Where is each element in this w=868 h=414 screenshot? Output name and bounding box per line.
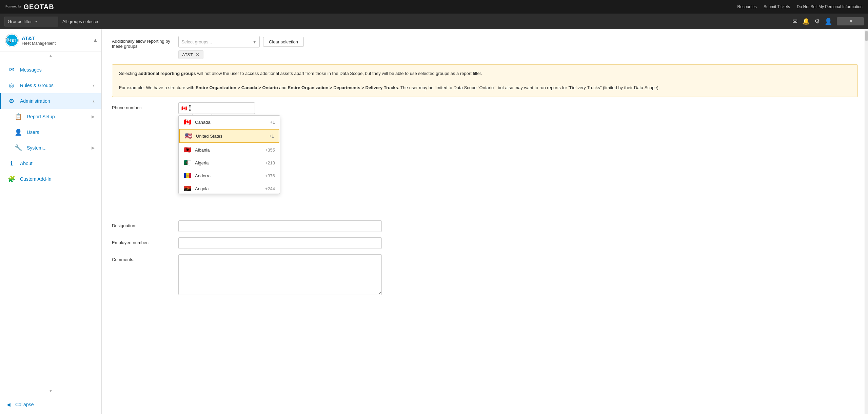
phone-flag-arrow-icon: ⬆⬇ xyxy=(189,104,191,112)
about-label: About xyxy=(20,161,95,166)
sidebar: 🔍 AT&T AT&T Fleet Management ▲ ▲ ✉ Messa… xyxy=(0,29,102,414)
sidebar-item-system[interactable]: 🔧 System... ▶ xyxy=(0,140,101,156)
algeria-code: +213 xyxy=(265,160,275,165)
employee-number-label: Employee number: xyxy=(112,237,173,245)
algeria-flag-icon: 🇩🇿 xyxy=(183,159,192,166)
sidebar-nav: ✉ Messages ◎ Rules & Groups ▾ ⚙ Administ… xyxy=(0,59,101,387)
sidebar-item-messages[interactable]: ✉ Messages xyxy=(0,62,101,78)
att-tag-pill: AT&T ✕ xyxy=(178,50,203,59)
administration-label: Administration xyxy=(20,98,88,104)
rules-groups-arrow-icon: ▾ xyxy=(93,83,95,88)
sidebar-item-report-setup[interactable]: 📋 Report Setup... ▶ xyxy=(0,109,101,124)
submit-tickets-link[interactable]: Submit Tickets xyxy=(764,4,790,9)
groups-filter-button[interactable]: Groups filter ▼ xyxy=(4,17,58,26)
algeria-name: Algeria xyxy=(195,160,262,165)
toolbar-icons: ✉ 🔔 ⚙ 👤 ▼ xyxy=(792,17,864,25)
designation-control xyxy=(178,220,858,232)
system-label: System... xyxy=(27,145,87,151)
custom-add-in-icon: 🧩 xyxy=(8,175,15,183)
sidebar-scroll-down-icon[interactable]: ▼ xyxy=(0,387,101,395)
toolbar: Groups filter ▼ All groups selected ✉ 🔔 … xyxy=(0,14,868,29)
all-groups-text: All groups selected xyxy=(62,19,100,24)
select-groups-arrow-icon: ▼ xyxy=(252,39,257,44)
right-scrollbar[interactable] xyxy=(865,29,868,414)
us-code: +1 xyxy=(269,134,274,139)
sidebar-brand: AT&T Fleet Management xyxy=(22,35,56,46)
users-icon: 👤 xyxy=(15,129,22,136)
sidebar-brand-name: AT&T xyxy=(22,35,56,41)
sidebar-header: 🔍 AT&T AT&T Fleet Management ▲ xyxy=(0,29,101,52)
sidebar-item-custom-add-in[interactable]: 🧩 Custom Add-In xyxy=(0,171,101,187)
comments-textarea[interactable] xyxy=(178,254,382,295)
bell-icon[interactable]: 🔔 xyxy=(802,18,810,25)
employee-number-input[interactable] xyxy=(178,237,382,249)
sidebar-brand-sub: Fleet Management xyxy=(22,41,56,46)
brand-logo: Powered by GEOTAB xyxy=(5,3,54,11)
angola-flag-icon: 🇦🇴 xyxy=(183,185,192,192)
sidebar-search-icon[interactable]: 🔍 xyxy=(5,38,11,43)
angola-code: +244 xyxy=(265,186,275,191)
comments-row: Comments: xyxy=(112,254,858,296)
sidebar-item-about[interactable]: ℹ About xyxy=(0,156,101,171)
angola-name: Angola xyxy=(195,186,262,191)
system-icon: 🔧 xyxy=(15,144,22,152)
country-item-canada[interactable]: 🇨🇦 Canada +1 xyxy=(179,116,280,129)
sidebar-item-administration[interactable]: ⚙ Administration ▴ xyxy=(0,93,101,109)
sidebar-bottom: ◀ Collapse xyxy=(0,395,101,414)
report-setup-icon: 📋 xyxy=(15,113,22,120)
andorra-flag-icon: 🇦🇩 xyxy=(183,172,192,179)
rules-groups-icon: ◎ xyxy=(8,82,15,89)
andorra-name: Andorra xyxy=(195,173,262,178)
sidebar-scroll-up-icon[interactable]: ▲ xyxy=(0,52,101,59)
phone-control-wrap: 🇨🇦 ⬆⬇ Ext. 🇨🇦 Canada +1 xyxy=(178,102,858,125)
employee-number-row: Employee number: xyxy=(112,237,858,249)
us-flag-icon: 🇺🇸 xyxy=(184,132,193,140)
sidebar-collapse-top-button[interactable]: ▲ xyxy=(93,37,98,43)
resources-link[interactable]: Resources xyxy=(737,4,757,9)
about-icon: ℹ xyxy=(8,160,15,167)
employee-control xyxy=(178,237,858,249)
albania-name: Albania xyxy=(195,147,262,153)
administration-icon: ⚙ xyxy=(8,97,15,105)
info-bold-2: Entire Organization > Canada > Ontario xyxy=(196,85,278,90)
powered-by-text: Powered by xyxy=(5,5,22,8)
main-content: Additionally allow reporting bythese gro… xyxy=(102,29,868,414)
us-name: United States xyxy=(196,134,265,139)
custom-add-in-label: Custom Add-In xyxy=(20,176,95,182)
groups-filter-arrow-icon: ▼ xyxy=(35,20,38,23)
country-list: 🇨🇦 Canada +1 🇺🇸 United States +1 🇦🇱 Alba… xyxy=(179,116,280,194)
do-not-sell-link[interactable]: Do Not Sell My Personal Information xyxy=(797,4,863,9)
gear-icon[interactable]: ⚙ xyxy=(814,18,820,25)
phone-input-wrap: 🇨🇦 ⬆⬇ xyxy=(178,102,858,114)
reporting-groups-row: Additionally allow reporting bythese gro… xyxy=(112,36,858,59)
sidebar-item-rules-groups[interactable]: ◎ Rules & Groups ▾ xyxy=(0,78,101,93)
mail-icon[interactable]: ✉ xyxy=(792,18,797,25)
right-scrollbar-thumb xyxy=(865,31,868,41)
country-item-andorra[interactable]: 🇦🇩 Andorra +376 xyxy=(179,169,280,182)
country-item-angola[interactable]: 🇦🇴 Angola +244 xyxy=(179,182,280,194)
sidebar-collapse-button[interactable]: ◀ Collapse xyxy=(0,398,101,411)
phone-text-input[interactable] xyxy=(194,102,255,114)
user-menu-button[interactable]: ▼ xyxy=(837,17,864,25)
collapse-arrow-icon: ◀ xyxy=(7,402,11,407)
user-name-text xyxy=(840,19,847,24)
designation-input[interactable] xyxy=(178,220,382,232)
country-item-united-states[interactable]: 🇺🇸 United States +1 xyxy=(179,129,279,143)
phone-flag-button[interactable]: 🇨🇦 ⬆⬇ xyxy=(178,102,194,114)
country-item-algeria[interactable]: 🇩🇿 Algeria +213 xyxy=(179,156,280,169)
canada-flag-icon: 🇨🇦 xyxy=(183,118,192,126)
messages-label: Messages xyxy=(20,67,95,73)
country-item-albania[interactable]: 🇦🇱 Albania +355 xyxy=(179,143,280,156)
tag-close-icon[interactable]: ✕ xyxy=(196,52,200,57)
main-layout: 🔍 AT&T AT&T Fleet Management ▲ ▲ ✉ Messa… xyxy=(0,29,868,414)
phone-flag-icon: 🇨🇦 xyxy=(181,106,187,111)
sidebar-item-users[interactable]: 👤 Users xyxy=(0,124,101,140)
select-groups-dropdown[interactable]: Select groups... ▼ xyxy=(178,36,260,47)
info-box: Selecting additional reporting groups wi… xyxy=(112,64,858,97)
user-icon[interactable]: 👤 xyxy=(825,18,832,25)
clear-selection-button[interactable]: Clear selection xyxy=(263,37,304,47)
collapse-label: Collapse xyxy=(15,402,34,407)
country-dropdown: 🇨🇦 Canada +1 🇺🇸 United States +1 🇦🇱 Alba… xyxy=(178,115,280,194)
report-setup-label: Report Setup... xyxy=(27,114,87,119)
designation-row: Designation: xyxy=(112,220,858,232)
